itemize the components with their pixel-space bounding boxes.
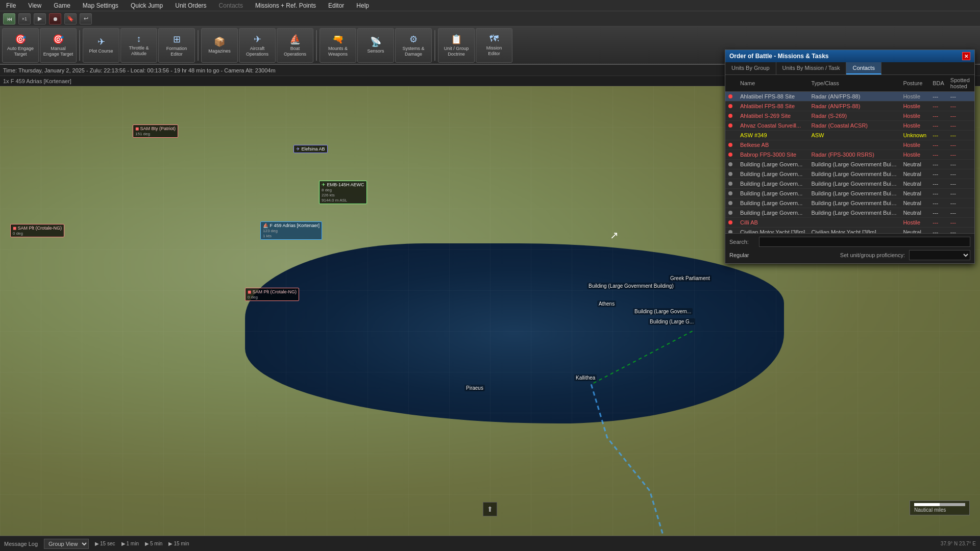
bottom-right: 37.9° N 23.7° E: [941, 541, 976, 546]
throttle-altitude-button[interactable]: ↕ Throttle &Altitude: [120, 28, 157, 63]
row-name: Ahvaz Coastal Surveill...: [737, 121, 808, 131]
row-name: Belkese AB: [737, 140, 808, 150]
timestep-15sec[interactable]: ▶ 15 sec: [95, 541, 115, 546]
unit-f459[interactable]: ⛵ F 459 Adrias [Kortenaer] 123 deg1 kts: [260, 221, 322, 240]
search-label: Search:: [729, 239, 755, 245]
menu-game[interactable]: Game: [52, 1, 72, 10]
bookmark-button[interactable]: 🔖: [64, 13, 77, 24]
table-row[interactable]: ASW #349 ASW Unknown --- ---: [725, 131, 974, 140]
boat-ops-button[interactable]: ⛵ BoatOperations: [277, 28, 313, 63]
plot-course-icon: ✈: [97, 36, 105, 47]
magazines-label: Magazines: [208, 48, 231, 54]
aircraft-ops-icon: ✈: [254, 34, 261, 45]
menu-editor[interactable]: Editor: [326, 1, 346, 10]
timestep-1min[interactable]: ▶ 1 min: [121, 541, 139, 546]
timestep-15min[interactable]: ▶ 15 min: [168, 541, 189, 546]
table-row[interactable]: Ahvaz Coastal Surveill... Radar (Coastal…: [725, 121, 974, 131]
rewind-button[interactable]: ⏮: [3, 13, 15, 24]
table-row[interactable]: Building (Large Govern... Building (Larg…: [725, 169, 974, 179]
aircraft-ops-button[interactable]: ✈ AircraftOperations: [239, 28, 276, 63]
label-5min: 5 min: [150, 541, 162, 546]
unit-doctrine-button[interactable]: 📋 Unit / GroupDoctrine: [438, 28, 475, 63]
tab-contacts[interactable]: Contacts: [846, 62, 881, 74]
menu-view[interactable]: View: [26, 1, 43, 10]
search-input[interactable]: [759, 237, 970, 247]
row-type: Radar (AN/FPS-88): [808, 102, 900, 111]
sensors-button[interactable]: 📡 Sensors: [357, 28, 394, 63]
table-row[interactable]: Belkese AB Hostile --- ---: [725, 140, 974, 150]
label-15min: 15 min: [174, 541, 189, 546]
oob-close-button[interactable]: ✕: [962, 52, 970, 60]
menu-unit-orders[interactable]: Unit Orders: [173, 1, 208, 10]
formation-editor-button[interactable]: ⊞ FormationEditor: [158, 28, 195, 63]
unit-emb145[interactable]: ✈ EMB-145H AEWC 8 deg226 kts9144.0 m ASL: [319, 181, 367, 204]
table-row[interactable]: Ahlatiibel FPS-88 Site Radar (AN/FPS-88)…: [725, 92, 974, 102]
message-log-label[interactable]: Message Log: [4, 541, 38, 547]
sensors-icon: 📡: [370, 36, 381, 47]
record-button[interactable]: ⏺: [49, 13, 61, 24]
play-icon-1m: ▶: [121, 541, 126, 546]
menu-map-settings[interactable]: Map Settings: [81, 1, 120, 10]
table-row[interactable]: Ahlatiibel S-269 Site Radar (S-269) Host…: [725, 111, 974, 121]
table-row[interactable]: Building (Large Govern... Building (Larg…: [725, 179, 974, 189]
unit-sam-crotale1[interactable]: ◼ SAM Plt (Crotale-NG) 0 deg: [10, 224, 64, 237]
table-row[interactable]: Cilli AB Hostile --- ---: [725, 218, 974, 228]
unit-sam-patriot[interactable]: ◼ SAM Bty (Patriot) 151 deg: [133, 124, 178, 138]
mission-editor-button[interactable]: 🗺 MissionEditor: [476, 28, 512, 63]
row-posture: Hostile: [900, 218, 929, 228]
row-indicator-cell: [725, 150, 737, 160]
auto-engage-button[interactable]: 🎯 Auto EngageTarget: [2, 28, 39, 63]
row-spotted: ---: [947, 102, 974, 111]
menu-file[interactable]: File: [4, 1, 18, 10]
coordinate-display: 37.9° N 23.7° E: [941, 541, 976, 546]
row-type: Building (Large Government Building): [808, 189, 900, 198]
magazines-icon: 📦: [214, 36, 225, 47]
row-name: Babrop FPS-3000 Site: [737, 150, 808, 160]
plot-course-button[interactable]: ✈ Plot Course: [83, 28, 119, 63]
toolbar-separator-3: [316, 30, 317, 61]
timestep-5min[interactable]: ▶ 5 min: [145, 541, 162, 546]
formation-label: FormationEditor: [166, 46, 187, 57]
plot-course-label: Plot Course: [89, 48, 113, 54]
tab-units-by-mission[interactable]: Units By Mission / Task: [776, 62, 847, 74]
table-row[interactable]: Ahlatiibel FPS-88 Site Radar (AN/FPS-88)…: [725, 102, 974, 111]
proficiency-set-label: Set unit/group proficiency:: [840, 252, 905, 258]
magazines-button[interactable]: 📦 Magazines: [201, 28, 238, 63]
row-name: Building (Large Govern...: [737, 198, 808, 208]
table-row[interactable]: Babrop FPS-3000 Site Radar (FPS-3000 RSR…: [725, 150, 974, 160]
tab-units-by-group[interactable]: Units By Group: [725, 62, 776, 74]
manual-engage-button[interactable]: 🎯 ManualEngage Target: [40, 28, 77, 63]
menu-contacts[interactable]: Contacts: [217, 1, 245, 10]
menu-quick-jump[interactable]: Quick Jump: [129, 1, 165, 10]
row-indicator-cell: [725, 92, 737, 102]
menu-help[interactable]: Help: [354, 1, 371, 10]
table-row[interactable]: Building (Large Govern... Building (Larg…: [725, 198, 974, 208]
unit-sam-crotale2[interactable]: ◼ SAM Plt (Crotale-NG) 0 deg: [245, 288, 299, 301]
view-select[interactable]: Group View Unit View: [44, 539, 89, 549]
row-bda: ---: [929, 189, 947, 198]
upload-button[interactable]: ⬆: [483, 502, 497, 516]
table-row[interactable]: Building (Large Govern... Building (Larg…: [725, 208, 974, 218]
row-indicator-cell: [725, 131, 737, 140]
table-row[interactable]: Civilian Motor Yacht [38m] Civilian Moto…: [725, 228, 974, 234]
search-row: Search:: [729, 237, 970, 247]
table-row[interactable]: Building (Large Govern... Building (Larg…: [725, 160, 974, 169]
toolbar-separator-4: [434, 30, 435, 61]
play-button[interactable]: ▶: [34, 13, 46, 24]
row-spotted: ---: [947, 131, 974, 140]
row-indicator-cell: [725, 218, 737, 228]
throttle-label: Throttle &Altitude: [129, 45, 149, 57]
unit-elefsina[interactable]: ✈ Elefsina AB: [293, 145, 328, 153]
proficiency-select[interactable]: Novice Regular Veteran Elite: [909, 250, 970, 260]
mounts-weapons-button[interactable]: 🔫 Mounts &Weapons: [320, 28, 356, 63]
oob-table-container[interactable]: Name Type/Class Posture BDA Spotted host…: [725, 75, 974, 233]
table-row[interactable]: Building (Large Govern... Building (Larg…: [725, 189, 974, 198]
row-type: Radar (Coastal ACSR): [808, 121, 900, 131]
row-type: [808, 218, 900, 228]
systems-damage-button[interactable]: ⚙ Systems &Damage: [395, 28, 432, 63]
speed-label: ×1: [22, 16, 27, 21]
row-type: Building (Large Government Building): [808, 198, 900, 208]
menu-missions[interactable]: Missions + Ref. Points: [253, 1, 318, 10]
undo-button[interactable]: ↩: [80, 13, 92, 24]
row-type: Radar (S-269): [808, 111, 900, 121]
